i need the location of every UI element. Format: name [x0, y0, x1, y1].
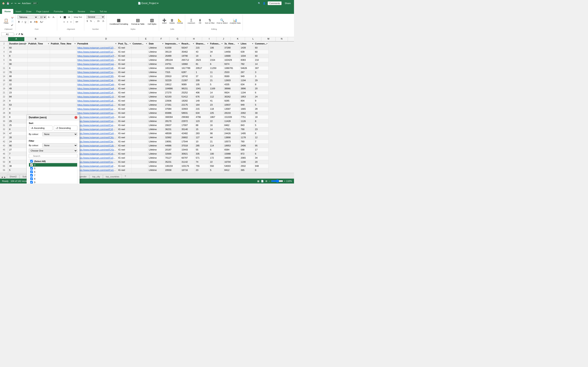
cell-r22c3[interactable]: https://www.instagram.com/reel/Cu60dPVAI… — [77, 99, 117, 103]
cell-r7c9[interactable]: 20517 — [195, 66, 209, 70]
tab-review[interactable]: Review — [75, 9, 87, 14]
font-selector[interactable]: Tahoma — [17, 15, 38, 19]
cell-r34c7[interactable]: 32992 — [164, 135, 181, 140]
cell-r55c7[interactable]: 20558 — [164, 168, 181, 172]
cell-r42c4[interactable]: IG reel — [117, 143, 132, 148]
cell-r12c2[interactable] — [50, 74, 77, 78]
cell-r32c9[interactable]: 283 — [195, 131, 209, 135]
cell-r3c4[interactable]: IG reel — [117, 50, 132, 54]
cell-r11c4[interactable]: IG reel — [117, 70, 132, 74]
cell-r16c10[interactable]: 5 — [209, 82, 224, 86]
col-header-k[interactable]: K — [231, 37, 245, 41]
col-header-c[interactable]: C — [47, 37, 73, 41]
cell-r21c6[interactable]: Lifetime — [148, 95, 164, 99]
cell-r34c9[interactable]: 127 — [195, 135, 209, 140]
save-icon[interactable]: 💾 — [7, 2, 9, 5]
cell-r29c0[interactable]: 29 — [8, 119, 27, 123]
cell-r19c5[interactable] — [132, 91, 148, 95]
cell-r27c3[interactable]: https://www.instagram.com/reel/CuuQZzcRu… — [77, 111, 117, 115]
cell-r17c1[interactable] — [27, 86, 50, 91]
value-8-checkbox[interactable] — [30, 177, 33, 180]
cell-r5c9[interactable]: 2623 — [195, 58, 209, 62]
number-format-selector[interactable]: General — [86, 15, 105, 19]
filter-search-input[interactable] — [29, 154, 77, 158]
cell-r24c4[interactable]: IG reel — [117, 103, 132, 107]
cell-r19c0[interactable]: 23 — [8, 91, 27, 95]
cell-r5c5[interactable] — [132, 58, 148, 62]
cell-r37c10[interactable]: 21 — [209, 140, 224, 143]
cell-r25c2[interactable] — [50, 107, 77, 111]
cell-r17c12[interactable]: 3896 — [240, 86, 254, 91]
cell-r28c8[interactable]: 299382 — [181, 115, 195, 119]
cell-r11c12[interactable]: 267 — [240, 70, 254, 74]
sheet-tab-sheet2[interactable]: Sheet2 — [7, 174, 19, 179]
cell-r31c6[interactable]: Lifetime — [148, 127, 164, 131]
font-decrease-button[interactable]: A↓ — [52, 16, 56, 19]
cell-r17c4[interactable]: IG reel — [117, 86, 132, 91]
function-icon[interactable]: fx — [21, 33, 23, 36]
cell-r49c8[interactable]: 31142 — [181, 160, 195, 164]
cell-r4c0[interactable]: 8 — [8, 54, 27, 58]
cell-r24c1[interactable] — [27, 103, 50, 107]
cell-r45c9[interactable]: 335 — [195, 152, 209, 156]
cell-r45c7[interactable]: 32666 — [164, 152, 181, 156]
col-header-d[interactable]: D — [73, 37, 139, 41]
cell-r30c4[interactable]: IG reel — [117, 123, 132, 127]
cell-r6c11[interactable]: 9374 — [224, 62, 240, 66]
cell-r55c5[interactable] — [132, 168, 148, 172]
fill-color-button[interactable]: A🎨 — [33, 20, 39, 24]
col-header-a[interactable]: A — [8, 37, 25, 41]
header-duration[interactable]: Duration (secs)▾ — [8, 42, 27, 46]
cell-r5c11[interactable]: 163429 — [224, 58, 240, 62]
cell-r42c0[interactable]: 90 — [8, 143, 27, 148]
cell-r16c11[interactable]: 4335 — [224, 82, 240, 86]
cell-r11c11[interactable]: 2533 — [224, 70, 240, 74]
cell-r4c3[interactable]: https://www.instagram.com/reel/Cq7fgaLg8… — [77, 54, 117, 58]
cell-r50c6[interactable]: Lifetime — [148, 164, 164, 168]
cell-r2c9[interactable]: 215 — [195, 46, 209, 50]
filter-popup-close-button[interactable] — [75, 116, 77, 119]
cell-r19c6[interactable]: Lifetime — [148, 91, 164, 95]
tab-data[interactable]: Data — [66, 9, 75, 14]
cell-r2c12[interactable]: 1439 — [240, 46, 254, 50]
col-header-h[interactable]: H — [186, 37, 202, 41]
undo-icon[interactable]: ↩ — [11, 2, 13, 5]
cell-r30c10[interactable]: 16 — [209, 123, 224, 127]
cell-r17c7[interactable]: 104886 — [164, 86, 181, 91]
cell-r43c3[interactable]: https://www.instagram.com/reel/Cr5sxcCOt… — [77, 148, 117, 152]
cell-r14c11[interactable]: 12603 — [224, 78, 240, 82]
cell-r11c9[interactable]: 1 — [195, 70, 209, 74]
cell-r28c12[interactable]: 7751 — [240, 115, 254, 119]
header-permalink[interactable]: Permalink▾ — [77, 42, 117, 46]
cell-r49c10[interactable]: 22 — [209, 160, 224, 164]
cell-r31c12[interactable]: 790 — [240, 127, 254, 131]
cell-r46c13[interactable]: 34 — [254, 156, 268, 160]
cell-r5c2[interactable] — [50, 58, 77, 62]
cell-r3c5[interactable] — [132, 50, 148, 54]
wrap-text-button[interactable]: Wrap Text — [73, 15, 83, 19]
cell-r17c9[interactable]: 1041 — [195, 86, 209, 91]
cell-r4c13[interactable]: 60 — [254, 54, 268, 58]
cell-r24c2[interactable] — [50, 103, 77, 107]
header-3s-view[interactable]: 3s_View...▾ — [224, 42, 240, 46]
sort-ascending-button[interactable]: ↑A Ascending — [29, 125, 52, 131]
cell-r31c13[interactable]: 23 — [254, 127, 268, 131]
cell-r6c13[interactable]: 14 — [254, 62, 268, 66]
tab-tell-me[interactable]: Tell me — [97, 9, 109, 14]
cell-r25c4[interactable]: IG reel — [117, 107, 132, 111]
cell-r24c3[interactable]: https://www.instagram.com/reel/Cu1yTTDuD… — [77, 103, 117, 107]
cell-r16c7[interactable]: 10612 — [164, 82, 181, 86]
tab-draw[interactable]: Draw — [24, 9, 34, 14]
cell-r42c9[interactable]: 285 — [195, 143, 209, 148]
col-header-m[interactable]: M — [261, 37, 276, 41]
cell-r5c7[interactable]: 285104 — [164, 58, 181, 62]
header-reach[interactable]: Reach...▾ — [181, 42, 195, 46]
cell-r32c0[interactable]: 47 — [8, 131, 27, 135]
cell-r42c11[interactable]: 18953 — [224, 143, 240, 148]
cell-r46c7[interactable]: 70127 — [164, 156, 181, 160]
cell-r25c5[interactable] — [132, 107, 148, 111]
cell-r17c8[interactable]: 98151 — [181, 86, 195, 91]
autosave-toggle[interactable]: OFF — [32, 2, 38, 5]
cell-r3c8[interactable]: 35462 — [181, 50, 195, 54]
cell-r28c13[interactable]: 18 — [254, 115, 268, 119]
